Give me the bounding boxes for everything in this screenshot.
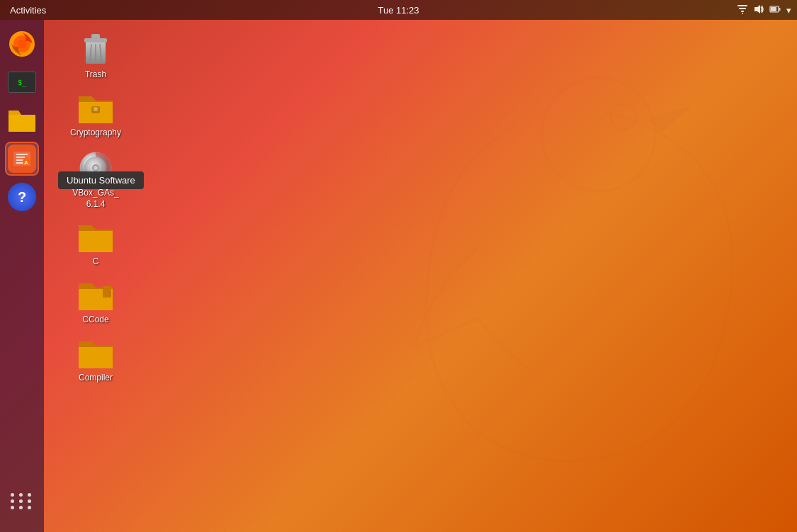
ubuntu-bird-watermark (301, 21, 762, 503)
software-icon-graphic: A (8, 145, 36, 173)
trash-label: Trash (85, 69, 106, 81)
svg-text:A: A (24, 159, 28, 166)
svg-rect-18 (91, 34, 100, 39)
help-icon-graphic: ? (8, 183, 36, 211)
ccode-label: CCode (82, 315, 108, 326)
vbox-icon-graphic (79, 151, 113, 185)
c-folder-icon-graphic (77, 222, 114, 254)
battery-icon[interactable] (769, 5, 781, 16)
trash-icon-graphic (80, 31, 111, 67)
topbar-left: Activities (6, 5, 50, 16)
svg-point-23 (94, 107, 98, 111)
topbar-clock[interactable]: Tue 11:23 (378, 5, 419, 16)
compiler-label: Compiler (79, 373, 113, 384)
svg-point-28 (94, 166, 98, 170)
svg-point-0 (542, 78, 655, 191)
dock-item-firefox[interactable] (5, 27, 39, 61)
svg-rect-29 (103, 286, 111, 298)
ccode-folder-icon-graphic (77, 281, 114, 312)
svg-rect-9 (771, 7, 776, 11)
network-icon[interactable] (737, 4, 748, 16)
dock-item-ubuntu-software[interactable]: A (5, 142, 39, 176)
desktop-icons-area: Trash Cryptography (50, 20, 191, 532)
dock-item-terminal[interactable]: $_ (5, 65, 39, 99)
svg-rect-5 (742, 13, 743, 14)
svg-rect-4 (741, 11, 744, 12)
cryptography-icon-graphic (77, 94, 114, 125)
dock-item-help[interactable]: ? (5, 180, 39, 214)
apps-grid-icon (11, 493, 33, 509)
vbox-gas-icon-item[interactable]: VBox_GAs_6.1.4 (57, 147, 135, 214)
compiler-folder-icon-graphic (77, 339, 114, 370)
system-menu-icon[interactable]: ▾ (786, 5, 791, 16)
c-label: C (93, 256, 99, 268)
ccode-folder-icon-item[interactable]: CCode (57, 276, 135, 330)
svg-marker-6 (754, 5, 760, 13)
volume-icon[interactable] (754, 4, 764, 16)
svg-rect-8 (779, 8, 781, 11)
trash-icon-item[interactable]: Trash (57, 27, 135, 85)
show-applications-button[interactable] (5, 484, 39, 518)
svg-rect-2 (737, 5, 747, 6)
compiler-folder-icon-item[interactable]: Compiler (57, 334, 135, 388)
dock: $_ A ? (0, 20, 44, 532)
dock-item-files[interactable] (5, 103, 39, 137)
activities-button[interactable]: Activities (6, 5, 50, 16)
terminal-icon-graphic: $_ (8, 72, 36, 93)
svg-point-12 (18, 40, 26, 48)
topbar-right: ▾ (737, 4, 791, 16)
cryptography-icon-item[interactable]: Cryptography (57, 89, 135, 143)
cryptography-label: Cryptography (70, 128, 121, 139)
topbar: Activities Tue 11:23 (0, 0, 797, 20)
svg-rect-3 (739, 8, 746, 9)
vbox-gas-label: VBox_GAs_6.1.4 (72, 188, 118, 210)
c-folder-icon-item[interactable]: C (57, 218, 135, 272)
